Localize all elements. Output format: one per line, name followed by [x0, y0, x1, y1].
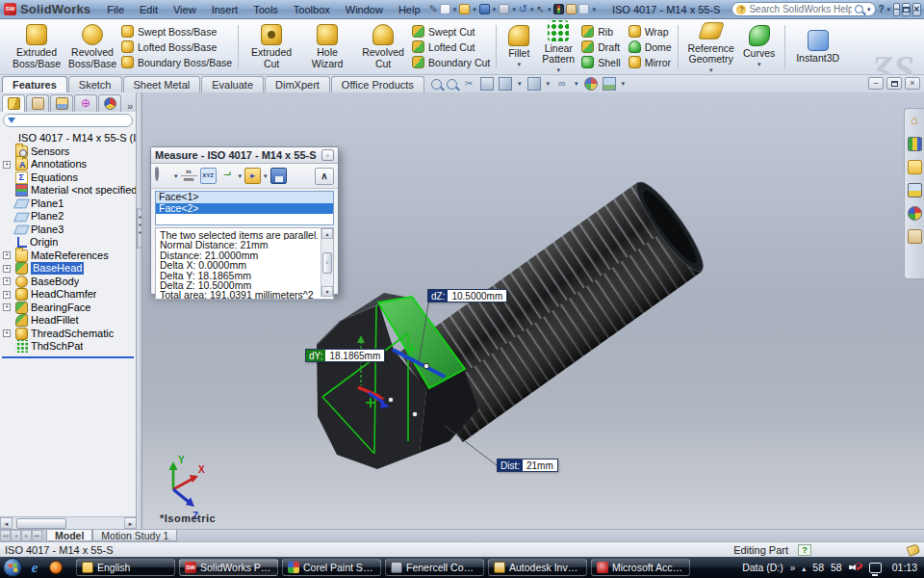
new-document-button[interactable]: [440, 2, 450, 16]
design-library-icon[interactable]: [908, 137, 922, 151]
options-button[interactable]: [578, 2, 589, 16]
swept-boss-base-button[interactable]: Swept Boss/Base: [121, 25, 232, 38]
curves-button[interactable]: Curves▾: [740, 23, 779, 69]
open-button[interactable]: [459, 2, 470, 16]
tab-nav-first-icon[interactable]: ◂◂: [0, 530, 11, 541]
lofted-boss-base-button[interactable]: Lofted Boss/Base: [121, 40, 232, 53]
print-button[interactable]: [499, 2, 509, 16]
tree-item-thdschpat[interactable]: ThdSchPat: [0, 340, 136, 354]
appearances-scenes-icon[interactable]: [908, 206, 922, 221]
rebuild-traffic-light-icon[interactable]: [553, 2, 564, 16]
zoom-fit-icon[interactable]: [431, 79, 442, 90]
tab-features[interactable]: Features: [2, 76, 67, 92]
menu-toolbox[interactable]: Toolbox: [287, 2, 337, 17]
help-button[interactable]: [878, 2, 884, 16]
search-input[interactable]: [749, 4, 851, 14]
tree-item-bearingface[interactable]: BearingFace: [0, 302, 136, 315]
projected-on-button[interactable]: [244, 168, 261, 184]
undo-button[interactable]: [519, 2, 527, 16]
manager-tabs-overflow-icon[interactable]: [127, 100, 133, 112]
scroll-left-icon[interactable]: [0, 517, 13, 529]
graphics-viewport[interactable]: Y X Z dZ:10.5000mm dY:18.1865mm Dist:21m…: [142, 92, 924, 529]
tree-horizontal-scrollbar[interactable]: [0, 516, 137, 529]
revolved-cut-button[interactable]: Revolved Cut: [356, 22, 410, 71]
expand-icon[interactable]: [3, 303, 11, 311]
tab-featuremanager[interactable]: [2, 94, 25, 112]
lofted-cut-button[interactable]: Lofted Cut: [412, 40, 490, 53]
measure-selection-list[interactable]: Face<1> Face<2>: [155, 191, 334, 225]
tree-item-headchamfer[interactable]: HeadChamfer: [0, 288, 136, 302]
callout-delta-y[interactable]: dY:18.1865mm: [305, 349, 385, 362]
scroll-down-icon[interactable]: [321, 286, 333, 297]
taskbar-button-corel[interactable]: Corel Paint Shop ...: [282, 559, 381, 576]
rib-button[interactable]: Rib: [581, 25, 620, 38]
results-scrollbar[interactable]: [321, 228, 333, 297]
menu-view[interactable]: View: [167, 2, 203, 17]
rollback-bar[interactable]: [2, 356, 134, 358]
custom-properties-icon[interactable]: [908, 229, 922, 244]
measure-dialog[interactable]: Measure - ISO 4017 - M14 x 55-S ▾ ▾ ▾ Fa…: [150, 146, 339, 295]
tab-evaluate[interactable]: Evaluate: [201, 76, 264, 92]
tab-configurationmanager[interactable]: [50, 94, 73, 112]
window-close-button[interactable]: [912, 3, 920, 16]
tag-icon[interactable]: [907, 543, 921, 557]
tree-item-annotations[interactable]: Annotations: [0, 158, 136, 171]
doc-restore-button[interactable]: [886, 77, 902, 90]
expand-icon[interactable]: [3, 251, 11, 259]
select-button[interactable]: [537, 2, 545, 16]
window-minimize-button[interactable]: [893, 3, 900, 16]
tree-item-plane3[interactable]: Plane3: [0, 223, 136, 237]
swept-cut-button[interactable]: Swept Cut: [412, 25, 490, 38]
fillet-button[interactable]: Fillet▾: [502, 23, 535, 69]
collapse-dialog-button[interactable]: [315, 168, 334, 185]
tree-item-basehead[interactable]: BaseHead: [0, 262, 136, 276]
volume-muted-icon[interactable]: [849, 562, 862, 573]
window-restore-button[interactable]: [902, 3, 911, 16]
taskbar-button-access[interactable]: Microsoft Access...: [591, 559, 690, 576]
menu-edit[interactable]: Edit: [133, 2, 165, 17]
expand-icon[interactable]: [3, 277, 11, 285]
mirror-button[interactable]: Mirror: [629, 56, 672, 68]
pin-menu-icon[interactable]: [429, 2, 438, 16]
tab-dimxpertmanager[interactable]: [74, 94, 97, 112]
measurement-history-save-button[interactable]: [270, 168, 287, 184]
save-button[interactable]: [479, 2, 490, 16]
menu-help[interactable]: Help: [392, 2, 427, 17]
show-hidden-icons-icon[interactable]: [802, 562, 806, 573]
instant3d-button[interactable]: Instant3D: [791, 28, 845, 66]
wrap-button[interactable]: Wrap: [629, 25, 672, 38]
tree-item-plane2[interactable]: Plane2: [0, 210, 136, 223]
menu-tools[interactable]: Tools: [246, 2, 285, 17]
tab-motion-study[interactable]: Motion Study 1: [92, 530, 177, 541]
shell-button[interactable]: Shell: [581, 56, 620, 68]
filter-icon[interactable]: [462, 77, 475, 91]
tab-nav-prev-icon[interactable]: ◂: [11, 530, 21, 541]
tree-item-material[interactable]: Material <not specified>: [0, 184, 136, 197]
search-dropdown-icon[interactable]: ▾: [867, 6, 871, 13]
revolved-boss-base-button[interactable]: Revolved Boss/Base: [65, 22, 119, 71]
taskbar-clock[interactable]: 01:13: [892, 562, 917, 573]
tray-chevron-icon[interactable]: [790, 562, 796, 573]
tab-propertymanager[interactable]: [26, 94, 49, 112]
home-icon[interactable]: [908, 114, 922, 128]
extruded-boss-base-button[interactable]: Extruded Boss/Base: [10, 22, 64, 71]
search-icon[interactable]: [855, 5, 863, 13]
expand-icon[interactable]: [3, 161, 11, 169]
tree-item-basebody[interactable]: BaseBody: [0, 276, 136, 289]
quick-tips-icon[interactable]: [798, 544, 811, 556]
toolbox-icon[interactable]: [908, 183, 922, 197]
tab-office-products[interactable]: Office Products: [331, 76, 424, 92]
draft-button[interactable]: Draft: [581, 40, 620, 53]
zoom-area-icon[interactable]: [447, 79, 457, 90]
dome-button[interactable]: Dome: [629, 40, 672, 53]
start-button[interactable]: [3, 558, 22, 577]
tab-nav-last-icon[interactable]: ▸▸: [32, 530, 42, 541]
selection-face1[interactable]: Face<1>: [156, 192, 333, 203]
tray-drive-label[interactable]: Data (D:): [742, 562, 783, 573]
tab-displaymanager[interactable]: [98, 94, 121, 112]
expand-icon[interactable]: [3, 329, 11, 337]
boundary-cut-button[interactable]: Boundary Cut: [412, 56, 490, 68]
hide-show-items-icon[interactable]: [555, 77, 569, 91]
units-precision-button[interactable]: [181, 168, 197, 184]
hole-wizard-button[interactable]: Hole Wizard: [300, 22, 354, 71]
